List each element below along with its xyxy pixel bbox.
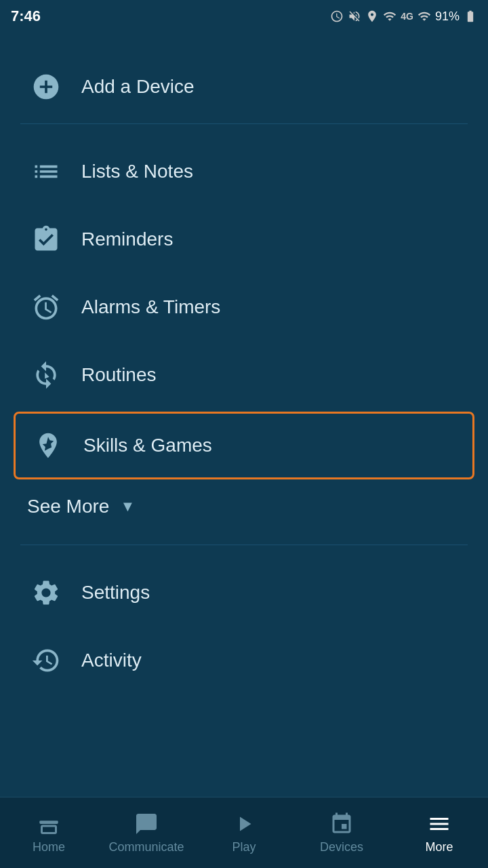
status-time: 7:46: [11, 7, 41, 25]
status-icons: 4G 91%: [330, 9, 477, 24]
add-device-label: Add a Device: [81, 76, 195, 98]
star-location-icon: [29, 427, 67, 465]
nav-item-devices[interactable]: Devices: [293, 812, 390, 854]
devices-icon: [329, 812, 354, 836]
reminders-label: Reminders: [81, 229, 173, 250]
menu-container: Add a Device Lists & Notes Reminders Ala…: [0, 33, 488, 694]
nav-item-communicate[interactable]: Communicate: [98, 812, 195, 854]
chat-icon: [134, 812, 159, 836]
home-icon: [37, 812, 61, 836]
routines-label: Routines: [81, 364, 157, 386]
menu-item-activity[interactable]: Activity: [0, 627, 488, 694]
nav-label-more: More: [425, 840, 453, 854]
clipboard-check-icon: [27, 220, 65, 258]
status-bar: 7:46 4G 91%: [0, 0, 488, 33]
menu-item-add-device[interactable]: Add a Device: [0, 53, 488, 121]
nav-label-play: Play: [232, 840, 256, 854]
svg-rect-1: [42, 826, 56, 833]
nav-label-devices: Devices: [320, 840, 363, 854]
lists-notes-label: Lists & Notes: [81, 161, 193, 182]
menu-item-skills-games[interactable]: Skills & Games: [14, 412, 474, 479]
see-more-label: See More: [27, 496, 109, 517]
plus-circle-icon: [27, 68, 65, 106]
history-icon: [27, 642, 65, 679]
nav-label-communicate: Communicate: [108, 840, 184, 854]
alarms-timers-label: Alarms & Timers: [81, 296, 220, 318]
menu-item-settings[interactable]: Settings: [0, 559, 488, 627]
skills-games-label: Skills & Games: [83, 435, 212, 456]
nav-item-home[interactable]: Home: [0, 812, 98, 854]
settings-label: Settings: [81, 582, 150, 604]
see-more-item[interactable]: See More ▼: [0, 482, 488, 531]
bottom-nav: Home Communicate Play Devices More: [0, 797, 488, 868]
nav-item-play[interactable]: Play: [195, 812, 293, 854]
activity-label: Activity: [81, 650, 142, 671]
alarm-icon: [27, 288, 65, 326]
nav-label-home: Home: [33, 840, 65, 854]
gear-icon: [27, 574, 65, 612]
menu-item-reminders[interactable]: Reminders: [0, 205, 488, 273]
divider-2: [20, 545, 468, 545]
menu-icon: [427, 812, 451, 836]
menu-item-routines[interactable]: Routines: [0, 341, 488, 409]
chevron-down-icon: ▼: [120, 498, 135, 515]
battery-text: 91%: [435, 9, 460, 24]
divider-1: [20, 123, 468, 124]
menu-item-alarms-timers[interactable]: Alarms & Timers: [0, 273, 488, 341]
nav-item-more[interactable]: More: [390, 812, 488, 854]
refresh-check-icon: [27, 356, 65, 394]
svg-rect-2: [40, 821, 58, 823]
list-icon: [27, 153, 65, 191]
play-icon: [232, 812, 256, 836]
menu-item-lists-notes[interactable]: Lists & Notes: [0, 138, 488, 205]
